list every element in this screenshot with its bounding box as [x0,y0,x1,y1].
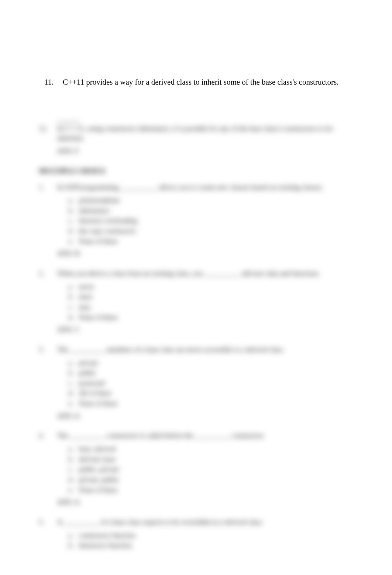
question-text: C++11 provides a way for a derived class… [63,78,339,86]
divider [57,122,79,122]
option: a.constructor function [68,531,353,540]
question-number: 2. [39,269,57,278]
question-11: 11.C++11 provides a way for a derived cl… [44,77,347,87]
question-number: 5. [39,517,57,527]
answer: ANS: A [57,411,353,421]
mc-question-1: 1. In OOP programming, __________ allows… [39,183,353,258]
mc-question-5: 5. A __________ of a base class expects … [39,517,353,550]
question-number: 11. [44,77,63,87]
option: e.None of these [68,399,353,408]
blurred-content: 12. In C++11, using constructor inherita… [39,122,353,561]
option: d.None of these [68,313,353,322]
question-text: A __________ of a base class expects to … [57,517,353,527]
answer: ANS: F [57,146,353,156]
option: b.must [68,292,353,302]
option: c.function overloading [68,216,353,225]
option: a.base, derived [68,444,353,454]
option: c.protected [68,378,353,388]
option: b.public [68,368,353,378]
section-heading: MULTIPLE CHOICE [39,166,353,176]
question-text: When you derive a class from an existing… [57,269,353,278]
question-number: 1. [39,183,57,192]
options: a.private b.public c.protected d.All of … [68,358,353,408]
mc-question-3: 3. The __________ members of a base clas… [39,345,353,421]
option: d.All of these [68,388,353,398]
question-12: 12. In C++11, using constructor inherita… [39,122,353,156]
options: a.base, derived b.derived, base c.public… [68,444,353,494]
options: a.polymorphism b.inheritance c.function … [68,195,353,246]
option: b.derived, base [68,455,353,464]
question-number: 4. [39,431,57,440]
option: b.inheritance [68,206,353,215]
option: c.public, private [68,465,353,474]
question-text: The __________ constructor is called bef… [57,431,353,440]
mc-question-2: 2. When you derive a class from an exist… [39,269,353,334]
option: e.None of these [68,485,353,495]
mc-question-4: 4. The __________ constructor is called … [39,431,353,507]
options: a.constructor function b.destructor func… [68,531,353,550]
question-text: In C++11, using constructor inheritance,… [57,124,353,143]
question-text: In OOP programming, __________ allows yo… [57,183,353,192]
question-text: The __________ members of a base class a… [57,345,353,354]
question-number: 3. [39,345,57,354]
answer: ANS: C [57,325,353,334]
options: a.never b.must c.may d.None of these [68,282,353,322]
option: a.never [68,282,353,292]
question-number: 12. [39,124,57,143]
option: c.may [68,302,353,312]
option: e.None of these [68,237,353,246]
option: a.polymorphism [68,195,353,205]
option: d.the copy constructor [68,226,353,236]
answer: ANS: B [57,249,353,258]
option: b.destructor function [68,541,353,550]
answer: ANS: A [57,497,353,507]
option: a.private [68,358,353,368]
option: d.private, public [68,475,353,484]
page: 11.C++11 provides a way for a derived cl… [0,0,392,575]
